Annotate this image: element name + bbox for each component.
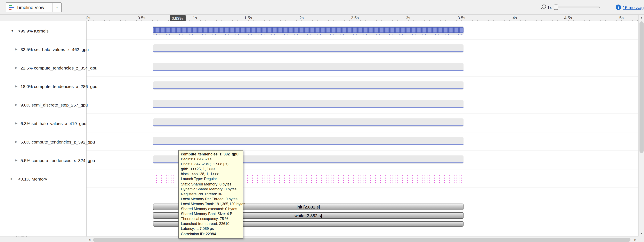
tooltip-title: compute_tendencies_z_392_gpu [181, 152, 241, 157]
kernel-tooltip: compute_tendencies_z_392_gpu Begins: 0.8… [178, 150, 243, 238]
row-tree-panel: ▼ >99.9% Kernels ▶ 32.5% set_halo_values… [0, 21, 86, 236]
tree-collapsed-icon[interactable]: ▶ [15, 122, 18, 125]
tree-row-label: 5.5% compute_tendencies_x_324_gpu [20, 158, 95, 163]
info-icon[interactable]: i [616, 5, 621, 10]
scroll-down-button[interactable]: ▼ [639, 230, 644, 236]
zoom-level-label: 1x [547, 5, 552, 10]
ruler-tick: 4s [512, 16, 517, 20]
tree-row-label: 9.6% semi_discrete_step_257_gpu [20, 102, 88, 107]
kernel-row-bar-compute-tend-x286[interactable] [153, 81, 464, 90]
tree-collapsed-icon[interactable]: ▶ [15, 66, 18, 69]
kernel-row-bar-compute-tend-z392[interactable] [153, 137, 464, 145]
scroll-left-button[interactable]: ◀ [86, 237, 92, 242]
scrollbar-corner [638, 236, 644, 242]
kernel-row-bar-compute-tend-z354[interactable] [153, 63, 464, 71]
zoom-slider-thumb[interactable] [554, 5, 558, 10]
tree-row-label: 18.0% compute_tendencies_x_286_gpu [20, 84, 98, 89]
vertical-scrollbar-thumb[interactable] [640, 21, 644, 153]
ruler-minor-ticks [86, 20, 638, 21]
tooltip-line: Launched from thread: 22610 [181, 221, 241, 226]
view-selector-dropdown[interactable]: Timeline View ▼ [6, 3, 62, 12]
ruler-tick: 0s [86, 16, 90, 20]
tree-row-compute-tend-z354[interactable]: ▶ 22.5% compute_tendencies_z_354_gpu [0, 58, 86, 77]
kernel-row-bar-semi-discrete[interactable] [153, 100, 464, 108]
tree-row-set-halo-x[interactable]: ▶ 6.3% set_halo_values_x_419_gpu [0, 114, 86, 133]
tree-collapsed-icon[interactable]: ▶ [15, 103, 18, 106]
nvtx-range-label: init [2.882 s] [296, 204, 320, 209]
tree-collapsed-icon[interactable]: ▶ [15, 48, 18, 51]
messages-link[interactable]: 15 messages [623, 5, 644, 10]
ruler-tick: 5s [619, 16, 624, 20]
horizontal-scrollbar[interactable]: ◀ ▶ [86, 236, 638, 242]
tree-row-label: >99.9% Kernels [18, 28, 48, 33]
tooltip-line: grid: <<<25, 1, 1>>> [181, 167, 241, 172]
tree-row-label: 5.6% compute_tendencies_z_392_gpu [20, 139, 95, 144]
kernel-row-bar-set-halo-x[interactable] [153, 118, 464, 127]
kernel-row-bar-set-halo-z[interactable] [153, 44, 464, 53]
ruler-tick: 1s [192, 16, 197, 20]
tooltip-line: Latency: ←7.089 μs [181, 226, 241, 231]
ruler-tick: 3s [406, 16, 410, 20]
ruler-tick: 3.5s [458, 16, 465, 20]
magnifier-icon [541, 5, 546, 10]
toolbar: Timeline View ▼ 1x i 15 messages [0, 0, 644, 15]
tree-row-label: 22.5% compute_tendencies_z_354_gpu [20, 65, 98, 70]
ruler-tick: 2s [299, 16, 304, 20]
ruler-tick: 1.5s [244, 16, 252, 20]
tooltip-line: Theoretical occupancy: 75 % [181, 216, 241, 221]
tree-collapsed-icon[interactable]: ▶ [15, 159, 18, 162]
tree-row-semi-discrete[interactable]: ▶ 9.6% semi_discrete_step_257_gpu [0, 95, 86, 114]
nsight-timeline-window: Timeline View ▼ 1x i 15 messages 0s 0.5s… [0, 0, 644, 242]
scroll-right-button[interactable]: ▶ [632, 237, 638, 242]
ruler-tick: 4.5s [564, 16, 572, 20]
tooltip-line: Launch Type: Regular [181, 177, 241, 182]
tooltip-line: Shared Memory Bank Size: 4 B [181, 211, 241, 216]
tooltip-line: Shared Memory executed: 0 bytes [181, 206, 241, 211]
bottom-left-filler [0, 236, 86, 242]
tree-row-label: 32.5% set_halo_values_z_462_gpu [20, 47, 89, 52]
tooltip-line: Local Memory Per Thread: 0 bytes [181, 197, 241, 201]
tooltip-line: Ends: 0.847623s (+1.568 μs) [181, 162, 241, 167]
timeline-ruler[interactable]: 0s 0.5s 1s 1.5s 2s 2.5s 3s 3.5s 4s 4.5s … [86, 15, 638, 21]
time-cursor-badge[interactable]: 0.839s [170, 15, 186, 21]
timeline-view-icon [8, 5, 14, 10]
tooltip-line: Registers Per Thread: 36 [181, 192, 241, 197]
ruler-tick: 2.5s [351, 16, 359, 20]
horizontal-scrollbar-thumb[interactable] [93, 237, 630, 241]
chevron-down-icon[interactable]: ▼ [52, 3, 61, 12]
tree-collapsed-icon[interactable]: ▶ [15, 84, 18, 88]
tooltip-line: Begins: 0.847621s [181, 157, 241, 162]
nvtx-range-label: while [2.882 s] [294, 213, 322, 218]
tree-row-memory[interactable]: ▶ <0.1% Memory [0, 169, 86, 188]
tree-row-compute-tend-x324[interactable]: ▶ 5.5% compute_tendencies_x_324_gpu [0, 151, 86, 169]
tree-collapsed-icon[interactable]: ▶ [15, 140, 18, 143]
tree-row-label: <0.1% Memory [18, 176, 47, 181]
tree-row-compute-tend-x286[interactable]: ▶ 18.0% compute_tendencies_x_286_gpu [0, 77, 86, 95]
tree-row-label: 6.3% set_halo_values_x_419_gpu [20, 121, 86, 126]
view-selector-label: Timeline View [16, 5, 52, 10]
tooltip-line: Static Shared Memory: 0 bytes [181, 182, 241, 186]
tooltip-line: Dynamic Shared Memory: 0 bytes [181, 186, 241, 191]
tooltip-line: block: <<<128, 1, 1>>> [181, 172, 241, 177]
kernels-subticks [153, 34, 464, 35]
vertical-scrollbar[interactable]: ▲ ▼ [638, 15, 644, 236]
tree-row-compute-tend-z392[interactable]: ▶ 5.6% compute_tendencies_z_392_gpu [0, 133, 86, 151]
zoom-slider[interactable] [554, 7, 600, 8]
tree-row-kernels[interactable]: ▼ >99.9% Kernels [0, 21, 86, 40]
tree-collapsed-icon[interactable]: ▶ [11, 177, 13, 180]
tooltip-line: Local Memory Total: 191,365,120 bytes [181, 201, 241, 206]
tooltip-line: Correlation ID: 22984 [181, 231, 241, 236]
scroll-up-button[interactable]: ▲ [639, 15, 644, 21]
tree-row-set-halo-z[interactable]: ▶ 32.5% set_halo_values_z_462_gpu [0, 40, 86, 58]
ruler-tick: 0.5s [138, 16, 146, 20]
kernels-activity-bar[interactable] [153, 27, 464, 33]
tree-expanded-icon[interactable]: ▼ [11, 29, 14, 33]
time-cursor-line [178, 21, 178, 236]
